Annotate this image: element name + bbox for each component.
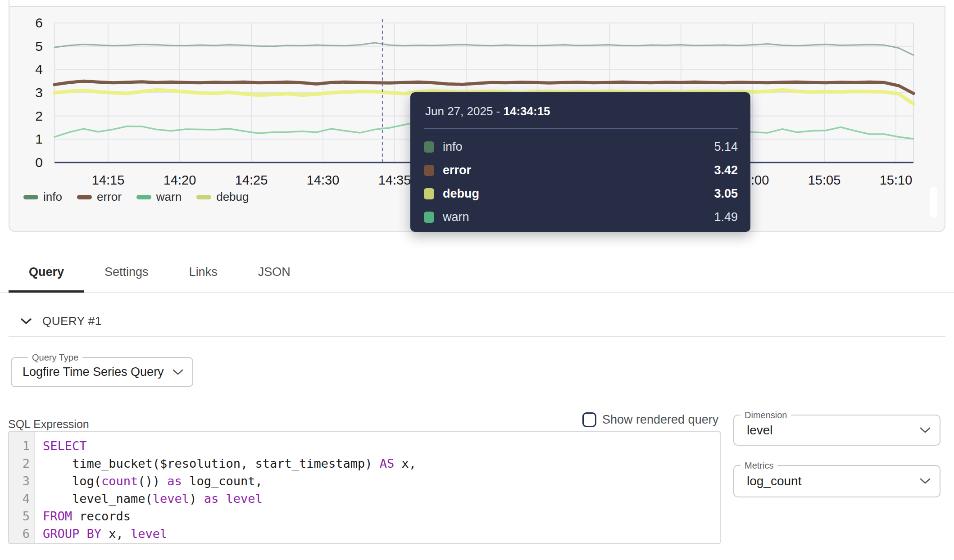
tooltip-swatch-warn — [424, 212, 434, 223]
x-axis-tick-label: 14:25 — [235, 173, 268, 187]
tab-json[interactable]: JSON — [238, 252, 311, 292]
metrics-select[interactable]: Metrics log_count — [733, 465, 940, 497]
code-line-6[interactable]: GROUP BY x, level — [43, 525, 416, 542]
series-line-info — [55, 43, 913, 55]
query-type-value: Logfire Time Series Query — [23, 358, 164, 386]
x-axis-tick-label: 15:05 — [808, 173, 841, 187]
tooltip-row-error: error3.42 — [424, 158, 738, 182]
legend-label: warn — [156, 190, 182, 204]
legend-item-warn[interactable]: warn — [136, 190, 182, 204]
line-number: 6 — [9, 525, 30, 542]
page-root: 012345614:1514:2014:2514:3014:3514:4014:… — [0, 0, 954, 560]
panel-scrollbar-thumb[interactable] — [930, 187, 937, 217]
tooltip-divider — [424, 128, 738, 129]
tooltip-row-debug: debug3.05 — [424, 182, 738, 205]
legend-item-error[interactable]: error — [77, 190, 122, 204]
legend-label: debug — [216, 190, 249, 204]
legend-swatch-error — [77, 195, 92, 199]
legend-label: error — [97, 190, 122, 204]
dimension-value: level — [747, 415, 773, 445]
sql-code-editor[interactable]: 123456 SELECT time_bucket($resolution, s… — [8, 431, 721, 544]
legend-swatch-info — [23, 195, 38, 199]
chart-tooltip: Jun 27, 2025 - 14:34:15 info5.14error3.4… — [410, 92, 750, 232]
line-number: 4 — [9, 490, 30, 507]
code-line-1[interactable]: SELECT — [43, 437, 416, 455]
chevron-down-icon — [920, 427, 931, 435]
show-rendered-query-label: Show rendered query — [602, 413, 718, 427]
tooltip-date: Jun 27, 2025 - — [425, 104, 503, 118]
section-divider — [9, 336, 945, 337]
code-line-2[interactable]: time_bucket($resolution, start_timestamp… — [43, 455, 416, 472]
code-line-4[interactable]: level_name(level) as level — [43, 490, 416, 507]
line-number: 2 — [9, 455, 30, 472]
show-rendered-query-checkbox[interactable] — [582, 412, 596, 427]
y-axis-tick-label: 2 — [35, 108, 43, 123]
tooltip-rows: info5.14error3.42debug3.05warn1.49 — [424, 135, 738, 229]
tooltip-series-value: 1.49 — [714, 210, 738, 224]
code-line-3[interactable]: log(count()) as log_count, — [43, 472, 416, 490]
collapse-chevron-icon[interactable] — [21, 318, 32, 325]
legend-swatch-warn — [136, 195, 151, 199]
dimension-select[interactable]: Dimension level — [733, 415, 940, 446]
query-title: QUERY #1 — [42, 314, 102, 328]
legend-swatch-debug — [196, 195, 211, 199]
chart-legend: infoerrorwarndebug — [23, 190, 249, 204]
x-axis-tick-label: 14:30 — [307, 173, 340, 187]
legend-label: info — [43, 190, 62, 204]
tooltip-series-label: error — [443, 163, 471, 177]
chevron-down-icon — [173, 369, 183, 377]
tab-links[interactable]: Links — [169, 252, 238, 292]
tooltip-swatch-info — [424, 141, 434, 153]
tooltip-swatch-debug — [424, 188, 434, 199]
y-axis-tick-label: 1 — [35, 131, 43, 146]
line-number: 3 — [9, 472, 30, 490]
line-number: 5 — [9, 507, 30, 525]
tooltip-swatch-error — [424, 165, 434, 176]
x-axis-tick-label: 14:15 — [92, 173, 125, 187]
y-axis-tick-label: 3 — [35, 85, 43, 100]
metrics-value: log_count — [747, 466, 801, 497]
x-axis-tick-label: 15:10 — [880, 173, 913, 187]
tooltip-series-value: 5.14 — [714, 140, 738, 154]
x-axis-tick-label: 14:35 — [378, 173, 411, 187]
tooltip-series-label: warn — [443, 210, 469, 224]
x-axis-tick-label: 14:20 — [164, 173, 196, 187]
tooltip-time: 14:34:15 — [503, 104, 550, 118]
query-type-select[interactable]: Query Type Logfire Time Series Query — [11, 357, 193, 387]
sql-code[interactable]: SELECT time_bucket($resolution, start_ti… — [35, 432, 416, 543]
y-axis-tick-label: 0 — [35, 155, 43, 170]
tooltip-timestamp: Jun 27, 2025 - 14:34:15 — [424, 104, 738, 118]
tooltip-series-label: debug — [443, 187, 479, 201]
legend-item-debug[interactable]: debug — [196, 190, 249, 204]
tab-settings[interactable]: Settings — [84, 252, 169, 292]
line-number-gutter: 123456 — [9, 432, 35, 543]
y-axis-tick-label: 4 — [35, 62, 43, 77]
code-line-5[interactable]: FROM records — [43, 507, 416, 525]
tooltip-row-warn: warn1.49 — [424, 205, 738, 229]
legend-item-info[interactable]: info — [23, 190, 62, 204]
chevron-down-icon — [920, 478, 931, 486]
tooltip-series-value: 3.42 — [714, 163, 738, 177]
tooltip-series-label: info — [443, 140, 463, 154]
tooltip-series-value: 3.05 — [714, 187, 738, 201]
tab-bar: QuerySettingsLinksJSON — [0, 252, 954, 293]
tab-query[interactable]: Query — [9, 252, 84, 292]
show-rendered-query-control: Show rendered query — [582, 412, 718, 427]
tabs: QuerySettingsLinksJSON — [9, 252, 954, 292]
y-axis-tick-label: 6 — [35, 15, 43, 30]
query-section-header[interactable]: QUERY #1 — [21, 314, 102, 328]
sql-expression-label: SQL Expression — [8, 418, 89, 431]
y-axis-tick-label: 5 — [35, 39, 43, 54]
tooltip-row-info: info5.14 — [424, 135, 738, 158]
line-number: 1 — [9, 437, 30, 455]
